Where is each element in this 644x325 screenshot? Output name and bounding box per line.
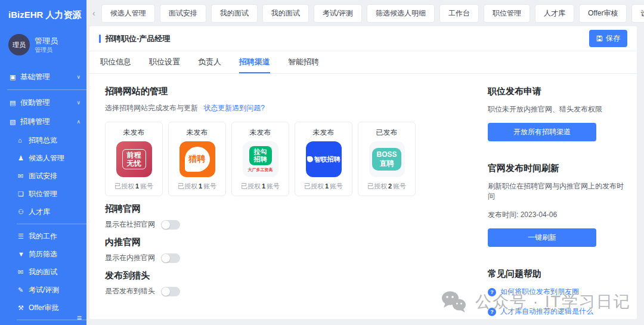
sidebar-item-label: 招聘总览 <box>29 135 57 146</box>
section-title-faq: 常见问题帮助 <box>488 268 624 280</box>
site-card-51job[interactable]: 未发布 前程无忧 已授权1账号 <box>105 122 163 196</box>
section-title-sites: 招聘网站的管理 <box>105 86 466 97</box>
question-icon: ? <box>488 288 496 296</box>
lagou-logo: 拉勾招聘 大厂多工资高 <box>243 141 278 177</box>
toggle-label: 是否发布到猎头 <box>105 286 155 296</box>
title-accent-bar <box>99 35 101 43</box>
calendar-icon: ▤ <box>10 99 20 107</box>
open-all-channels-button[interactable]: 开放所有招聘渠道 <box>488 123 596 141</box>
one-click-refresh-button[interactable]: 一键刷新 <box>488 228 596 247</box>
tab-smart-recruit[interactable]: 智能招聘 <box>288 51 319 73</box>
right-column: 职位发布申请 职位未开放内推官网、猎头发布权限 开放所有招聘渠道 官网发布时间刷… <box>488 82 624 319</box>
tab-position-mgmt[interactable]: 职位管理 <box>484 4 530 23</box>
app-root: iBizEHR 人力资源 理员 管理员 管理员 ▣ 基础管理 ∨ ▤ 假勤管理 … <box>0 0 644 325</box>
sidebar-item-attendance-mgmt[interactable]: ▤ 假勤管理 ∨ <box>0 93 86 112</box>
channels-content: 招聘网站的管理 选择招聘网站完成发布与更新 状态更新遇到问题? 未发布 前程无忧… <box>89 74 637 319</box>
tab-candidate-mgmt[interactable]: 候选人管理 <box>101 4 155 23</box>
site-cards: 未发布 前程无忧 已授权1账号 未发布 猎聘 已授权1账号 <box>105 122 466 196</box>
chevron-down-icon: ∨ <box>76 74 80 80</box>
tab-my-interview-2[interactable]: 我的面试 <box>262 4 309 23</box>
people-icon: ⚇ <box>18 208 29 216</box>
sidebar-item-label: 候选人管理 <box>29 153 64 163</box>
toggle-show-referral-site[interactable] <box>161 253 180 263</box>
sidebar-item-candidate-mgmt[interactable]: ♟ 候选人管理 <box>0 149 86 167</box>
51job-logo: 前程无忧 <box>116 141 152 177</box>
section-recruit-site: 招聘官网 显示在社招官网 <box>105 203 466 230</box>
tab-my-interview-1[interactable]: 我的面试 <box>211 4 258 23</box>
divider <box>7 89 86 90</box>
sidebar-item-label: 人才库 <box>29 207 50 217</box>
list-icon: ☰ <box>18 233 29 240</box>
tabs-scroll-left-icon[interactable]: ‹ <box>91 8 97 18</box>
tab-recruit-channels[interactable]: 招聘渠道 <box>239 51 270 73</box>
publish-status: 未发布 <box>236 128 285 138</box>
sidebar-item-recruit-mgmt[interactable]: ▧ 招聘管理 ∧ <box>0 112 86 131</box>
save-button-label: 保存 <box>606 33 620 44</box>
user-profile[interactable]: 理员 管理员 管理员 <box>0 27 86 61</box>
section-title: 内推官网 <box>105 237 466 248</box>
sidebar-item-my-work[interactable]: ☰ 我的工作 <box>0 227 86 245</box>
divider <box>17 320 86 320</box>
liepin-logo: 猎聘 <box>179 141 215 177</box>
site-card-lagou[interactable]: 未发布 拉勾招聘 大厂多工资高 已授权1账号 <box>231 122 289 196</box>
section-title: 招聘官网 <box>105 203 466 215</box>
open-tabs-bar: ‹ 候选人管理 面试安排 我的面试 我的面试 考试/评测 筛选候选人明细 工作台… <box>86 0 644 26</box>
toggle-show-social-site[interactable] <box>161 220 180 230</box>
book-icon: ❏ <box>18 190 29 198</box>
tab-owner[interactable]: 负责人 <box>198 51 221 73</box>
authorized-accounts: 已授权1账号 <box>109 182 159 191</box>
zhilian-bird-icon <box>307 156 313 162</box>
tab-offer-review[interactable]: Offer审核 <box>579 4 627 23</box>
mail-icon: ✉ <box>18 172 29 180</box>
sidebar-menu: ▣ 基础管理 ∨ ▤ 假勤管理 ∨ ▧ 招聘管理 ∧ ⌂ 招聘总览 <box>0 67 86 325</box>
tab-position-info[interactable]: 职位信息 <box>100 51 131 73</box>
tab-interview-schedule[interactable]: 面试安排 <box>160 4 206 23</box>
tab-position-settings[interactable]: 职位设置 <box>149 51 180 73</box>
sidebar-item-interview-schedule[interactable]: ✉ 面试安排 <box>0 167 86 185</box>
authorized-accounts: 已授权1账号 <box>172 182 222 191</box>
save-button[interactable]: 保存 <box>589 30 627 47</box>
zhilian-logo: 智联招聘 <box>306 141 342 177</box>
section-title: 发布到猎头 <box>105 270 466 281</box>
faq-link-publish-moments[interactable]: ? 如何将职位发布到朋友圈 <box>488 287 624 297</box>
sidebar-item-label: 假勤管理 <box>20 98 50 108</box>
page-title: 招聘职位-产品经理 <box>106 33 170 44</box>
sidebar-item-talent-pool[interactable]: ⚇ 人才库 <box>0 203 86 221</box>
sidebar-item-resume-filter[interactable]: ▼ 简历筛选 <box>0 245 86 263</box>
person-icon: ♟ <box>18 154 29 162</box>
sidebar-item-label: 考试/评测 <box>29 285 59 295</box>
content-panel: 招聘职位-产品经理 保存 职位信息 职位设置 负责人 招聘渠道 智能招聘 招聘网… <box>89 26 637 319</box>
site-card-zhilian[interactable]: 未发布 智联招聘 已授权1账号 <box>295 122 352 196</box>
mail-icon: ✉ <box>18 268 29 276</box>
collapse-sidebar-icon[interactable]: ≡ <box>77 313 82 323</box>
section-referral-site: 内推官网 显示在内推官网 <box>105 237 466 263</box>
authorized-accounts: 已授权1账号 <box>299 182 348 191</box>
app-logo: iBizEHR 人力资源 <box>0 0 86 27</box>
site-card-liepin[interactable]: 未发布 猎聘 已授权1账号 <box>168 122 226 196</box>
sidebar-item-label: 基础管理 <box>20 72 50 82</box>
recruit-submenu: ⌂ 招聘总览 ♟ 候选人管理 ✉ 面试安排 ❏ 职位管理 ⚇ 人才库 <box>0 131 86 325</box>
section-title-refresh: 官网发布时间刷新 <box>488 163 624 174</box>
sidebar-item-offer-approval[interactable]: ⚒ Offer审批 <box>0 299 86 317</box>
tab-talent-pool[interactable]: 人才库 <box>535 4 574 23</box>
sidebar-item-recruit-overview[interactable]: ⌂ 招聘总览 <box>0 131 86 149</box>
save-icon <box>596 35 603 42</box>
toggle-label: 显示在内推官网 <box>105 253 155 263</box>
tab-filter-candidates[interactable]: 筛选候选人明细 <box>367 4 435 23</box>
faq-link-talent-pool-logic[interactable]: ? 人才库自动推荐的逻辑是什么 <box>488 307 624 317</box>
sidebar: iBizEHR 人力资源 理员 管理员 管理员 ▣ 基础管理 ∨ ▤ 假勤管理 … <box>0 0 86 325</box>
tab-settings[interactable]: 设置 <box>631 4 644 23</box>
toggle-publish-headhunter[interactable] <box>161 287 180 296</box>
site-card-boss[interactable]: 已发布 BOSS直聘 已授权2账号 <box>358 122 416 196</box>
publish-status: 已发布 <box>362 128 411 138</box>
sidebar-item-my-interviews[interactable]: ✉ 我的面试 <box>0 263 86 281</box>
left-column: 招聘网站的管理 选择招聘网站完成发布与更新 状态更新遇到问题? 未发布 前程无忧… <box>105 82 466 319</box>
status-help-link[interactable]: 状态更新遇到问题? <box>203 104 265 112</box>
tab-workbench[interactable]: 工作台 <box>439 4 479 23</box>
tab-exam-assessment[interactable]: 考试/评测 <box>314 4 362 23</box>
sidebar-item-base-mgmt[interactable]: ▣ 基础管理 ∨ <box>0 67 86 86</box>
publish-status: 未发布 <box>172 128 222 138</box>
sidebar-item-position-mgmt[interactable]: ❏ 职位管理 <box>0 185 86 203</box>
sidebar-item-exam-assessment[interactable]: ✎ 考试/评测 <box>0 281 86 299</box>
refresh-desc: 刷新职位在招聘官网与内推官网上的发布时间 <box>488 181 624 202</box>
